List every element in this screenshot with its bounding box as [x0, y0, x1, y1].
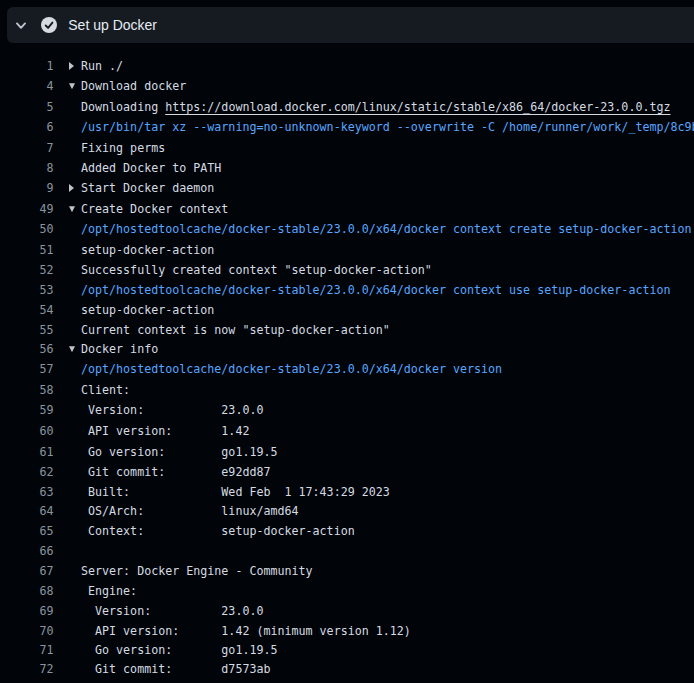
log-line-text: /opt/hostedtoolcache/docker-stable/23.0.… [81, 280, 670, 300]
log-line-number[interactable]: 68 [0, 581, 54, 601]
log-line-text: Context: setup-docker-action [81, 521, 355, 541]
log-line-text: Downloading https://download.docker.com/… [81, 97, 671, 117]
group-expand-icon[interactable] [69, 62, 74, 70]
log-line: 7 Fixing perms [0, 138, 694, 158]
log-line: 52 Successfully created context "setup-d… [0, 260, 694, 280]
log-line-text: Version: 23.0.0 [81, 400, 263, 420]
log-line-number[interactable]: 9 [0, 178, 54, 198]
log-line-number[interactable]: 6 [0, 117, 54, 137]
group-collapse-icon[interactable] [69, 206, 75, 212]
log-line-number[interactable]: 64 [0, 501, 54, 521]
log-line-text: Go version: go1.19.5 [81, 442, 278, 462]
log-line-text: Start Docker daemon [81, 178, 214, 198]
log-line: 53 /opt/hostedtoolcache/docker-stable/23… [0, 280, 694, 300]
group-collapse-icon[interactable] [69, 347, 75, 353]
log-line: 5 Downloading https://download.docker.co… [0, 97, 694, 117]
log-line-number[interactable]: 63 [0, 482, 54, 502]
log-group-line[interactable]: 4 Download docker [0, 76, 694, 96]
log-line: 54 setup-docker-action [0, 300, 694, 320]
log-line: 63 Built: Wed Feb 1 17:43:29 2023 [0, 482, 694, 502]
log-line: 71 Go version: go1.19.5 [0, 640, 694, 660]
log-group-line[interactable]: 9 Start Docker daemon [0, 178, 694, 198]
log-line: 62 Git commit: e92dd87 [0, 462, 694, 482]
log-line-number[interactable]: 49 [0, 199, 54, 219]
log-line: 66 [0, 541, 694, 561]
log-line-text: /usr/bin/tar xz --warning=no-unknown-key… [81, 117, 694, 137]
log-line-text: Downloading [81, 100, 165, 114]
log-line: 69 Version: 23.0.0 [0, 601, 694, 621]
log-line-text: Added Docker to PATH [81, 158, 221, 178]
log-line-number[interactable]: 66 [0, 541, 54, 561]
log-line-number[interactable]: 70 [0, 621, 54, 641]
log-line: 55 Current context is now "setup-docker-… [0, 320, 694, 340]
log-line: 64 OS/Arch: linux/amd64 [0, 501, 694, 521]
log-line-number[interactable]: 55 [0, 320, 54, 340]
log-group-line[interactable]: 1 Run ./ [0, 56, 694, 76]
log-line-text: Download docker [81, 76, 186, 96]
log-line-text: Git commit: e92dd87 [81, 462, 270, 482]
log-line-number[interactable]: 59 [0, 400, 54, 420]
log-line-text: Client: [81, 380, 130, 400]
log-line: 59 Version: 23.0.0 [0, 400, 694, 420]
group-collapse-icon[interactable] [69, 83, 75, 89]
log-line-number[interactable]: 72 [0, 659, 54, 679]
log-line-text: Run ./ [81, 56, 123, 76]
log-line-number[interactable]: 69 [0, 601, 54, 621]
log-line: 70 API version: 1.42 (minimum version 1.… [0, 621, 694, 641]
log-area: 1 Run ./ 4 Download docker 5 Downloading… [0, 0, 694, 683]
log-line: 50 /opt/hostedtoolcache/docker-stable/23… [0, 219, 694, 239]
log-line-text: /opt/hostedtoolcache/docker-stable/23.0.… [81, 219, 692, 239]
log-line: 58 Client: [0, 380, 694, 400]
log-line-text: Successfully created context "setup-dock… [81, 260, 432, 280]
log-line-text: setup-docker-action [81, 240, 214, 260]
log-line-text: API version: 1.42 [81, 421, 249, 441]
log-line-number[interactable]: 61 [0, 442, 54, 462]
log-line-text: /opt/hostedtoolcache/docker-stable/23.0.… [81, 359, 502, 379]
log-line-number[interactable]: 5 [0, 97, 54, 117]
log-line-text: API version: 1.42 (minimum version 1.12) [81, 621, 411, 641]
log-line: 61 Go version: go1.19.5 [0, 442, 694, 462]
log-line-text: Built: Wed Feb 1 17:43:29 2023 [81, 482, 390, 502]
log-group-line[interactable]: 56 Docker info [0, 339, 694, 359]
log-line: 68 Engine: [0, 581, 694, 601]
log-line-number[interactable]: 1 [0, 56, 54, 76]
log-group-line[interactable]: 49 Create Docker context [0, 199, 694, 219]
log-line-text: Go version: go1.19.5 [81, 640, 278, 660]
log-line-number[interactable]: 60 [0, 421, 54, 441]
log-line-number[interactable]: 8 [0, 158, 54, 178]
log-line-number[interactable]: 52 [0, 260, 54, 280]
log-line-text: Current context is now "setup-docker-act… [81, 320, 390, 340]
log-line: 57 /opt/hostedtoolcache/docker-stable/23… [0, 359, 694, 379]
log-line-text: setup-docker-action [81, 300, 214, 320]
log-line-text: Engine: [81, 581, 137, 601]
log-line-number[interactable]: 56 [0, 339, 54, 359]
log-line: 6 /usr/bin/tar xz --warning=no-unknown-k… [0, 117, 694, 137]
log-line-number[interactable]: 67 [0, 561, 54, 581]
log-line-link[interactable]: https://download.docker.com/linux/static… [165, 100, 670, 114]
log-line: 8 Added Docker to PATH [0, 158, 694, 178]
log-line: 67 Server: Docker Engine - Community [0, 561, 694, 581]
log-line-text: Server: Docker Engine - Community [81, 561, 313, 581]
log-line-text: Create Docker context [81, 199, 228, 219]
log-line: 72 Git commit: d7573ab [0, 659, 694, 679]
log-line-number[interactable]: 57 [0, 359, 54, 379]
log-line-number[interactable]: 54 [0, 300, 54, 320]
log-line-text: Fixing perms [81, 138, 165, 158]
log-line-number[interactable]: 65 [0, 521, 54, 541]
log-line-text: Version: 23.0.0 [81, 601, 263, 621]
log-line-number[interactable]: 62 [0, 462, 54, 482]
log-line-number[interactable]: 50 [0, 219, 54, 239]
log-line: 51 setup-docker-action [0, 240, 694, 260]
log-line: 60 API version: 1.42 [0, 421, 694, 441]
log-line-number[interactable]: 53 [0, 280, 54, 300]
log-line-number[interactable]: 58 [0, 380, 54, 400]
group-expand-icon[interactable] [69, 184, 74, 192]
log-line-number[interactable]: 4 [0, 76, 54, 96]
log-line-text: Docker info [81, 339, 158, 359]
log-line-number[interactable]: 51 [0, 240, 54, 260]
log-line-text: OS/Arch: linux/amd64 [81, 501, 299, 521]
log-line: 65 Context: setup-docker-action [0, 521, 694, 541]
log-line-number[interactable]: 71 [0, 640, 54, 660]
log-line-text: Git commit: d7573ab [81, 659, 270, 679]
log-line-number[interactable]: 7 [0, 138, 54, 158]
